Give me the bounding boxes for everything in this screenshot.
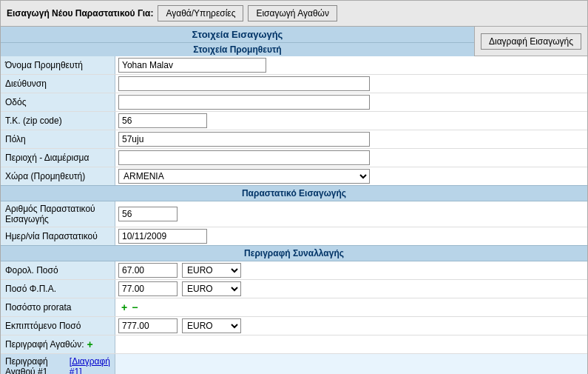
address-label: Διεύθυνση (1, 75, 115, 93)
zip-label: Τ.Κ. (zip code) (1, 112, 115, 130)
goods-item1-delete-link[interactable]: [Διαγραφή #1] (70, 356, 110, 374)
import-num-label: Αριθμός Παραστατικού Εισαγωγής (1, 201, 115, 227)
zip-input[interactable] (118, 113, 207, 128)
prorata-remove-icon[interactable]: − (132, 301, 138, 313)
address-input[interactable] (118, 76, 370, 91)
main-section-header: Στοιχεία Εισαγωγής (1, 27, 474, 42)
import-section-header: Παραστατικό Εισαγωγής (1, 185, 587, 201)
region-label: Περιοχή - Διαμέρισμα (1, 149, 115, 167)
import-date-input[interactable] (118, 229, 207, 244)
import-goods-button[interactable]: Εισαγωγή Αγαθών (248, 5, 337, 21)
tax-amount-input[interactable] (118, 263, 178, 278)
vat-currency-select[interactable]: EURO USD GBP (182, 281, 241, 296)
supplier-name-input[interactable] (118, 58, 266, 73)
region-input[interactable] (118, 150, 370, 165)
discount-label: Εκπιπτόμενο Ποσό (1, 317, 115, 335)
import-num-input[interactable] (118, 207, 178, 221)
goods-services-button[interactable]: Αγαθά/Υπηρεσίες (158, 5, 243, 21)
prorata-add-icon[interactable]: + (121, 301, 127, 313)
vat-label: Ποσό Φ.Π.Α. (1, 280, 115, 298)
city-input[interactable] (118, 132, 370, 147)
country-select[interactable]: ARMENIA GREECE GERMANY (118, 169, 370, 184)
discount-input[interactable] (118, 318, 178, 333)
supplier-name-label: Όνομα Προμηθευτή (1, 56, 115, 74)
tax-currency-select[interactable]: EURO USD GBP (182, 263, 241, 278)
prorata-label: Ποσόστο prorata (1, 298, 115, 316)
city-label: Πόλη (1, 130, 115, 148)
top-bar-label: Εισαγωγή Νέου Παραστατικού Για: (7, 8, 153, 19)
transaction-section-header: Περιγραφή Συναλλαγής (1, 245, 587, 261)
supplier-section-header: Στοιχεία Προμηθευτή (1, 42, 474, 56)
discount-currency-select[interactable]: EURO USD GBP (182, 318, 241, 333)
street-label: Οδός (1, 93, 115, 111)
goods-description-label: Περιγραφή Αγαθών: + (1, 335, 115, 353)
goods-add-icon[interactable]: + (87, 338, 93, 350)
street-input[interactable] (118, 95, 370, 110)
goods-item1-label: Περιγραφή Αγαθού #1 [Διαγραφή #1] (1, 354, 115, 374)
country-label: Χώρα (Προμηθευτή) (1, 167, 115, 185)
import-date-label: Ημερ/νία Παραστατικού (1, 227, 115, 245)
delete-import-button[interactable]: Διαγραφή Εισαγωγής (481, 33, 581, 50)
tax-amount-label: Φορολ. Ποσό (1, 261, 115, 279)
vat-input[interactable] (118, 281, 178, 296)
